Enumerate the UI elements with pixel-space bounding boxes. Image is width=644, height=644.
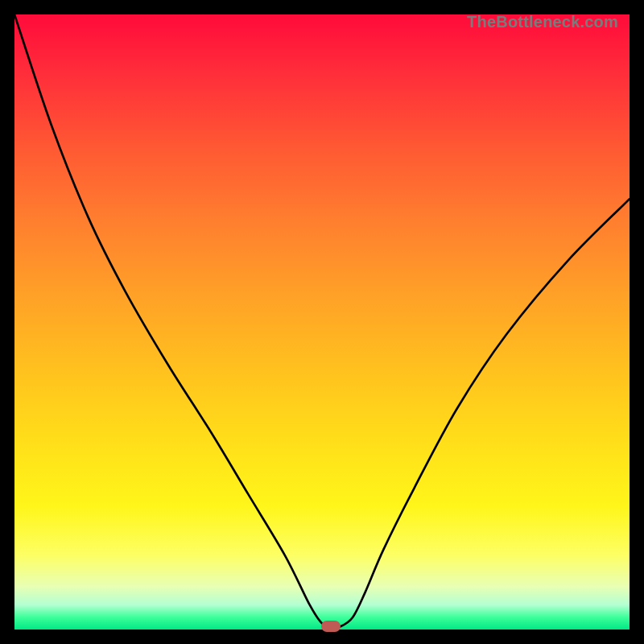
bottleneck-curve xyxy=(14,14,630,630)
chart-frame: TheBottleneck.com xyxy=(0,0,644,644)
optimal-point-marker xyxy=(321,621,341,632)
plot-area: TheBottleneck.com xyxy=(14,14,630,630)
